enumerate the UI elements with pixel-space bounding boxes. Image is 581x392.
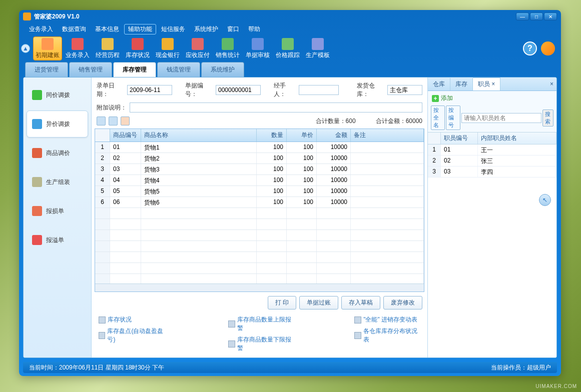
rp-tab-0[interactable]: 仓库: [428, 78, 450, 90]
menu-0[interactable]: 业务录入: [25, 24, 57, 34]
main-tab-4[interactable]: 系统维护: [201, 62, 244, 77]
tool-1[interactable]: 业务录入: [63, 36, 92, 60]
link-icon: [354, 316, 361, 324]
scroll-up-icon[interactable]: ↖: [539, 194, 551, 206]
table-row[interactable]: 101货物110010010000: [95, 142, 424, 153]
table-row-empty[interactable]: [95, 241, 424, 252]
help-icon[interactable]: ?: [523, 42, 537, 56]
maximize-button[interactable]: □: [530, 12, 543, 20]
list-icon[interactable]: [109, 116, 118, 126]
watermark: UIMAKER.COM: [535, 384, 577, 389]
wh-input[interactable]: [387, 85, 422, 95]
search-button[interactable]: 搜索: [542, 110, 553, 126]
rp-tab-2[interactable]: 职员 ×: [473, 78, 500, 90]
table-row[interactable]: 505货物510010010000: [95, 186, 424, 197]
table-row-empty[interactable]: [95, 252, 424, 263]
handler-input[interactable]: [299, 85, 339, 95]
theme-icon[interactable]: [541, 42, 555, 56]
table-row[interactable]: 303货物310010010000: [95, 164, 424, 175]
link-2-0[interactable]: "全能" 进销存变动表: [354, 316, 420, 324]
link-2-1[interactable]: 各仓库库存分布状况表: [354, 327, 420, 344]
table-row-empty[interactable]: [95, 263, 424, 274]
doc-input[interactable]: [216, 85, 261, 95]
search-input[interactable]: [461, 113, 541, 123]
rp-row[interactable]: 202张三: [428, 156, 556, 166]
h-scrollbar[interactable]: [95, 284, 424, 292]
chip-code[interactable]: 按编号: [446, 106, 460, 130]
tool-2[interactable]: 经营历程: [93, 36, 122, 60]
table-row[interactable]: 606货物610010010000: [95, 197, 424, 208]
table-row[interactable]: 404货物410010010000: [95, 175, 424, 186]
table-row-empty[interactable]: [95, 208, 424, 219]
tool-6[interactable]: 销售统计: [213, 36, 242, 60]
titlebar: 管家婆2009 V1.0 — □ ✕: [19, 10, 561, 23]
note-label: 附加说明：: [97, 104, 127, 112]
tool-4[interactable]: 现金银行: [153, 36, 182, 60]
print-button[interactable]: 打 印: [268, 296, 296, 310]
col-note: 备注: [351, 129, 424, 142]
sidebar-item-5[interactable]: 报溢单: [27, 226, 88, 254]
link-icon: [354, 332, 361, 339]
rp-col-name: 内部职员姓名: [478, 132, 556, 144]
menu-1[interactable]: 数据查询: [58, 24, 90, 34]
sidebar-item-2[interactable]: 商品调价: [27, 140, 88, 166]
col-price: 单价: [287, 129, 317, 142]
table-row-empty[interactable]: [95, 274, 424, 284]
main-tab-2[interactable]: 库存管理: [113, 62, 156, 77]
sidebar-item-3[interactable]: 生产组装: [27, 168, 88, 196]
tool-9[interactable]: 生产模板: [303, 36, 332, 60]
tool-icon-4: [162, 38, 174, 50]
main-tab-3[interactable]: 钱流管理: [157, 62, 200, 77]
collapse-toolbar-icon[interactable]: ▲: [21, 44, 30, 53]
toolbar-row: ▲ 初期建账业务录入经营历程库存状况现金银行应收应付销售统计单据审核价格跟踪生产…: [19, 35, 561, 62]
table-row-empty[interactable]: [95, 230, 424, 241]
side-icon-2: [32, 148, 42, 158]
tool-8[interactable]: 价格跟踪: [273, 36, 302, 60]
link-0-0[interactable]: 库存状况: [99, 316, 168, 324]
post-button[interactable]: 单据过账: [299, 296, 338, 310]
tool-icon-1: [72, 38, 84, 50]
grid-icon[interactable]: [97, 116, 106, 126]
menu-3[interactable]: 辅助功能: [124, 24, 156, 34]
sidebar-item-1[interactable]: 异价调拨: [27, 110, 88, 138]
rp-row[interactable]: 101王一: [428, 144, 556, 156]
tool-7[interactable]: 单据审核: [243, 36, 272, 60]
status-user: 当前操作员：超级用户: [491, 364, 551, 372]
sidebar-item-0[interactable]: 同价调拨: [27, 82, 88, 108]
col-code: 商品编号: [110, 129, 141, 142]
content: 同价调拨异价调拨商品调价生产组装报损单报溢单 录单日期： 单据编号： 经手人： …: [23, 77, 557, 358]
date-input[interactable]: [127, 85, 172, 95]
minimize-button[interactable]: —: [516, 12, 529, 20]
add-button[interactable]: + 添加: [428, 91, 556, 106]
menu-2[interactable]: 基本信息: [91, 24, 123, 34]
main-tab-1[interactable]: 销售管理: [69, 62, 112, 77]
tool-3[interactable]: 库存状况: [123, 36, 152, 60]
link-1-0[interactable]: 库存商品数量上限报警: [228, 316, 294, 332]
person-icon[interactable]: [121, 116, 130, 126]
note-input[interactable]: [130, 102, 422, 112]
table-row[interactable]: 202货物210010010000: [95, 153, 424, 164]
tool-icon-0: [42, 38, 54, 50]
link-0-1[interactable]: 库存盘点(自动盘盈盘亏): [99, 327, 168, 344]
menu-5[interactable]: 系统维护: [190, 24, 222, 34]
main-tab-0[interactable]: 进货管理: [25, 62, 68, 77]
rp-row[interactable]: 303李四: [428, 166, 556, 178]
sum-amt: 60000: [406, 118, 422, 124]
col-index: [95, 129, 110, 142]
right-panel: 仓库库存职员 ×× + 添加 按全名 按编号 搜索 职员编号 内部职员姓名 10…: [427, 78, 556, 358]
tool-5[interactable]: 应收应付: [183, 36, 212, 60]
link-1-1[interactable]: 库存商品数量下限报警: [228, 336, 294, 352]
chip-fullname[interactable]: 按全名: [431, 106, 445, 130]
draft-button[interactable]: 存入草稿: [341, 296, 380, 310]
doc-label: 单据编号：: [185, 82, 213, 98]
tool-0[interactable]: 初期建账: [33, 36, 62, 60]
rp-tab-1[interactable]: 库存: [450, 78, 473, 90]
menu-4[interactable]: 短信服务: [157, 24, 189, 34]
sidebar-item-4[interactable]: 报损单: [27, 198, 88, 224]
discard-button[interactable]: 废弃修改: [383, 296, 422, 310]
close-button[interactable]: ✕: [544, 12, 557, 20]
rp-close-icon[interactable]: ×: [547, 80, 556, 88]
menu-6[interactable]: 窗口: [223, 24, 243, 34]
table-row-empty[interactable]: [95, 219, 424, 230]
menu-7[interactable]: 帮助: [244, 24, 264, 34]
